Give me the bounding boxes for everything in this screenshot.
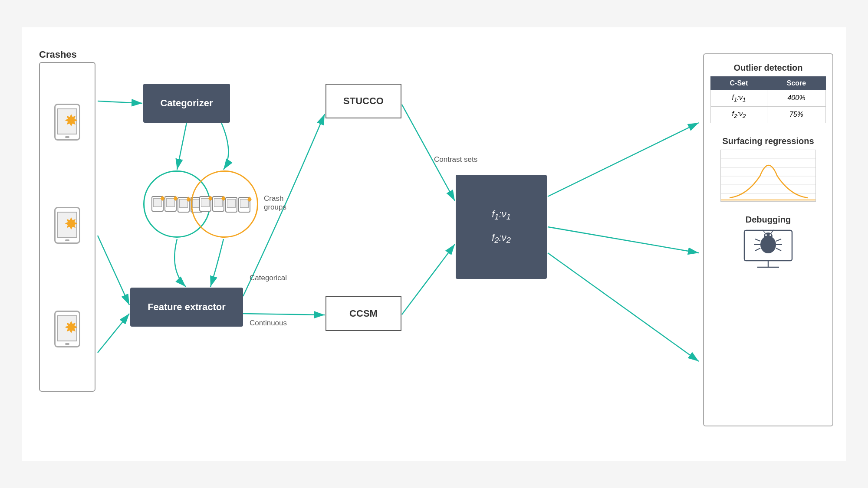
svg-line-2 (98, 236, 129, 305)
burst-star-2: ✸ (64, 216, 78, 232)
phone-icon-2: ✸ (52, 207, 82, 246)
surfacing-regressions-title: Surfacing regressions (710, 136, 826, 146)
col-score: Score (767, 76, 825, 90)
feature-extractor-label: Feature extractor (148, 301, 226, 313)
row2-cset: f2:ν2 (711, 106, 767, 123)
phone-icon-3: ✸ (52, 311, 82, 350)
categorizer-box: Categorizer (143, 84, 230, 123)
burst-star-3: ✸ (64, 319, 78, 336)
svg-line-29 (776, 248, 781, 251)
surfacing-regressions-section: Surfacing regressions (710, 136, 826, 202)
categorizer-label: Categorizer (160, 98, 213, 109)
contrast-sets-box: f1:ν1 f2:ν2 (456, 175, 547, 279)
table-row: f1:ν1 400% (711, 90, 826, 106)
table-row: f2:ν2 75% (711, 106, 826, 123)
svg-point-22 (765, 234, 767, 236)
svg-line-6 (402, 105, 455, 201)
row2-score: 75% (767, 106, 825, 123)
ccsm-label: CCSM (349, 308, 378, 319)
debugging-title: Debugging (710, 215, 826, 225)
svg-line-27 (776, 239, 781, 241)
outlier-detection-section: Outlier detection C-Set Score f1:ν1 400%… (710, 63, 826, 123)
stucco-label: STUCCO (343, 95, 384, 107)
row1-cset: f1:ν1 (711, 90, 767, 106)
debugging-section: Debugging (710, 215, 826, 272)
row1-score: 400% (767, 90, 825, 106)
svg-point-21 (764, 233, 773, 239)
feature-extractor-box: Feature extractor (130, 288, 243, 327)
burst-star-1: ✸ (64, 112, 78, 129)
svg-line-5 (243, 314, 325, 315)
crash-groups-label: Crashgroups (264, 194, 286, 212)
continuous-label: Continuous (250, 319, 287, 328)
contrast-sets-label: Contrast sets (434, 155, 477, 164)
svg-line-1 (98, 101, 142, 103)
phone-icon-1: ✸ (52, 104, 82, 143)
regression-chart (720, 150, 816, 202)
svg-line-7 (402, 244, 455, 314)
col-cset: C-Set (711, 76, 767, 90)
contrast-formula-1: f1:ν1 (492, 206, 511, 224)
contrast-formula-2: f2:ν2 (492, 229, 511, 248)
svg-point-23 (769, 234, 771, 236)
svg-line-9 (548, 227, 699, 253)
svg-line-4 (177, 123, 187, 170)
outlier-table: C-Set Score f1:ν1 400% f2:ν2 75% (710, 76, 826, 123)
svg-line-8 (548, 123, 699, 197)
crashes-label: Crashes (39, 49, 77, 60)
categorical-label: Categorical (250, 274, 287, 282)
right-panel: Outlier detection C-Set Score f1:ν1 400%… (703, 53, 833, 426)
ccsm-box: CCSM (326, 296, 401, 331)
crashes-container: ✸ ✸ ✸ (39, 62, 95, 392)
svg-line-24 (755, 239, 760, 241)
svg-line-10 (548, 253, 699, 361)
stucco-box: STUCCO (326, 84, 401, 118)
crash-group-orange: ✸ ✸ ✸ (191, 170, 258, 238)
svg-line-3 (98, 314, 129, 353)
svg-line-26 (755, 248, 760, 251)
outlier-detection-title: Outlier detection (710, 63, 826, 73)
monitor-icon (740, 228, 796, 272)
